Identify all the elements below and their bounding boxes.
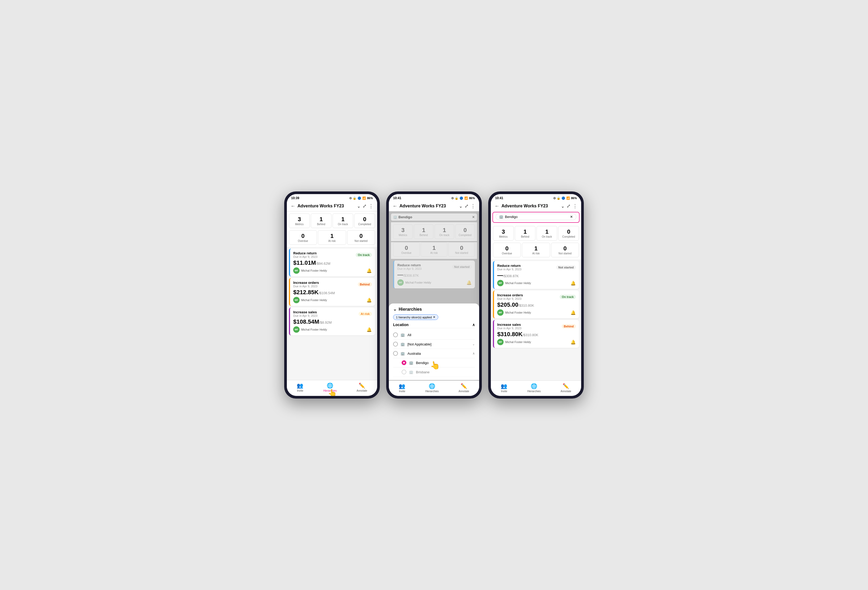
expand-notapplicable-icon[interactable]: ⌄ <box>472 342 475 346</box>
kpi-due: Due in Apr 9, 2023 <box>293 255 317 258</box>
kpi-title: Reduce return <box>293 251 317 255</box>
bg-metrics-2: 3Metrics 1Behind 1On track 0Completed <box>391 222 477 241</box>
back-icon-2[interactable]: ← <box>393 204 397 209</box>
metric-atrisk-1[interactable]: 1 At risk <box>318 230 346 245</box>
dropdown-icon-2[interactable]: ⌄ <box>459 204 462 209</box>
chevron-down-icon: ⌄ <box>393 307 397 312</box>
hier-icon-brisbane: 🏢 <box>409 370 413 374</box>
location-item-notapplicable[interactable]: 🏢 [Not Applicable] ⌄ <box>393 339 475 349</box>
nav-hierarchies-2[interactable]: 🌐 Hierarchies <box>425 383 439 393</box>
more-icon-3[interactable]: ⋮ <box>573 203 577 209</box>
nav-invite-label: Invite <box>297 389 303 392</box>
metric-behind-3[interactable]: 1 Behind <box>515 226 536 240</box>
metric-overdue-1[interactable]: 0 Overdue <box>289 230 317 245</box>
notification-icon-2: 🔔 <box>366 298 372 303</box>
more-icon-1[interactable]: ⋮ <box>369 203 373 209</box>
bg-avatar: MF <box>397 279 404 286</box>
avatar-3-2: MF <box>497 309 503 316</box>
expand-icon-3[interactable]: ⤢ <box>567 203 571 209</box>
filter-chip-applied[interactable]: 1 hierarchy slicer(s) applied ✕ <box>393 314 438 320</box>
metric-completed-1[interactable]: 0 Completed <box>354 214 375 228</box>
notification-icon-3: 🔔 <box>366 327 372 332</box>
more-icon-2[interactable]: ⋮ <box>471 203 475 209</box>
nav-annotate-1[interactable]: ✏️ Annotate <box>357 382 368 393</box>
metric-number: 3 <box>290 216 309 223</box>
kpi-increase-sales-1[interactable]: Increase sales Due in Apr 9, 2023 At ris… <box>289 307 375 335</box>
bottom-nav-1: 👥 Invite 🌐 Hierarchies 👆 ✏️ Annotate <box>287 380 377 396</box>
status-icons-1: ⊙ 🔒 🔵 📶 86% <box>349 196 373 200</box>
nav-annotate-2[interactable]: ✏️ Annotate <box>459 383 469 393</box>
metric-notstarted-3[interactable]: 0 Not started <box>551 243 579 257</box>
expand-icon-2[interactable]: ⤢ <box>465 203 468 209</box>
hierarchy-person-icon-2: 🏢 <box>393 215 397 219</box>
nav-invite-3[interactable]: 👥 Invite <box>500 383 507 393</box>
page-title-1: Adventure Works FY23 <box>297 204 355 208</box>
nav-invite-label-3: Invite <box>501 390 507 393</box>
nav-hierarchies-1[interactable]: 🌐 Hierarchies 👆 <box>323 382 337 393</box>
top-bar-2: ← Adventure Works FY23 ⌄ ⤢ ⋮ <box>389 201 479 211</box>
hierarchies-icon-3: 🌐 <box>531 383 537 389</box>
bendigo-close-icon[interactable]: ✕ <box>570 215 573 219</box>
location-item-all[interactable]: 🏢 All <box>393 330 475 339</box>
kpi-reduce-return-1[interactable]: Reduce return Due in Apr 9, 2023 On trac… <box>289 249 375 276</box>
expand-australia-icon[interactable]: ∧ <box>472 351 475 355</box>
filter-chip-text: 1 hierarchy slicer(s) applied <box>396 316 432 319</box>
kpi-reduce-return-3[interactable]: Reduce return Due in Apr 9, 2023 Not sta… <box>493 261 579 289</box>
metric-ontrack-3[interactable]: 1 On track <box>536 226 557 240</box>
nav-annotate-label: Annotate <box>357 389 368 392</box>
location-item-australia[interactable]: 🏢 Australia ∧ <box>393 349 475 358</box>
dropdown-icon-3[interactable]: ⌄ <box>561 204 564 209</box>
bottom-nav-2: 👥 Invite 🌐 Hierarchies ✏️ Annotate <box>389 381 479 396</box>
dropdown-icon-1[interactable]: ⌄ <box>357 204 360 209</box>
nav-annotate-3[interactable]: ✏️ Annotate <box>561 383 571 393</box>
kpi-increase-orders-1[interactable]: Increase orders Due in Apr 9, 2023 Behin… <box>289 278 375 306</box>
radio-bendigo[interactable] <box>402 360 406 365</box>
bg-metric-ontrack: 1On track <box>434 224 454 239</box>
hier-icon-bendigo: 🏢 <box>409 361 413 365</box>
metrics-grid-1: 3 Metrics 1 Behind 1 On track 0 Complete… <box>287 211 377 230</box>
radio-notapplicable[interactable] <box>393 342 398 347</box>
metrics-grid-2-phone1: 0 Overdue 1 At risk 0 Not started <box>287 230 377 247</box>
metric-metrics-1[interactable]: 3 Metrics <box>289 214 310 228</box>
radio-all[interactable] <box>393 332 398 337</box>
metric-ontrack-1[interactable]: 1 On track <box>332 214 353 228</box>
metric-label: Metrics <box>290 223 309 226</box>
metric-atrisk-3[interactable]: 1 At risk <box>522 243 550 257</box>
filter-chip-label-2: Bendigo <box>399 215 412 219</box>
kpi-increase-sales-3[interactable]: Increase sales Due in Apr 9, 2023 Behind… <box>493 320 579 348</box>
page-title-2: Adventure Works FY23 <box>400 204 457 208</box>
metric-overdue-3[interactable]: 0 Overdue <box>493 243 521 257</box>
bendigo-chip[interactable]: 🏢 Bendigo ✕ <box>496 214 576 220</box>
location-label-brisbane: Brisbane <box>416 370 430 374</box>
back-icon-3[interactable]: ← <box>495 204 499 209</box>
metrics-grid-2-phone3: 0 Overdue 1 At risk 0 Not started <box>491 243 581 260</box>
hier-icon-australia: 🏢 <box>400 351 405 355</box>
filter-chip-close-2[interactable]: ✕ <box>472 215 475 219</box>
metric-metrics-3[interactable]: 3 Metrics <box>493 226 514 240</box>
bg-metric-completed: 0Completed <box>455 224 475 239</box>
expand-icon-1[interactable]: ⤢ <box>363 203 366 209</box>
metric-completed-3[interactable]: 0 Completed <box>558 226 579 240</box>
back-icon-1[interactable]: ← <box>291 204 295 209</box>
nav-invite-1[interactable]: 👥 Invite <box>297 382 303 393</box>
nav-hierarchies-3[interactable]: 🌐 Hierarchies <box>527 383 541 393</box>
kpi-badge-atrisk: At risk <box>359 312 372 316</box>
phones-container: 10:39 ⊙ 🔒 🔵 📶 86% ← Adventure Works FY23… <box>284 192 584 398</box>
radio-brisbane[interactable] <box>402 370 406 375</box>
nav-invite-2[interactable]: 👥 Invite <box>399 383 405 393</box>
location-collapse-icon[interactable]: ∧ <box>472 323 475 327</box>
time-3: 10:41 <box>495 196 503 200</box>
phone-2-screen: 10:41 ⊙ 🔒 🔵 📶 86% ← Adventure Works FY23… <box>389 194 479 396</box>
bg-metric-behind: 1Behind <box>414 224 434 239</box>
cursor-hand-1: 👆 <box>328 389 337 396</box>
invite-icon-3: 👥 <box>500 383 507 389</box>
kpi-increase-orders-3[interactable]: Increase orders Due in Apr 9, 2023 On tr… <box>493 291 579 319</box>
radio-australia[interactable] <box>393 351 398 356</box>
metric-notstarted-1[interactable]: 0 Not started <box>347 230 375 245</box>
filter-chip-x[interactable]: ✕ <box>433 316 435 319</box>
screen-content-3: 3 Metrics 1 Behind 1 On track 0 Complete… <box>491 224 581 381</box>
top-bar-1: ← Adventure Works FY23 ⌄ ⤢ ⋮ <box>287 201 377 211</box>
metric-behind-1[interactable]: 1 Behind <box>311 214 332 228</box>
avatar-3-3: MF <box>497 339 503 345</box>
nav-hierarchies-label-3: Hierarchies <box>527 390 541 393</box>
